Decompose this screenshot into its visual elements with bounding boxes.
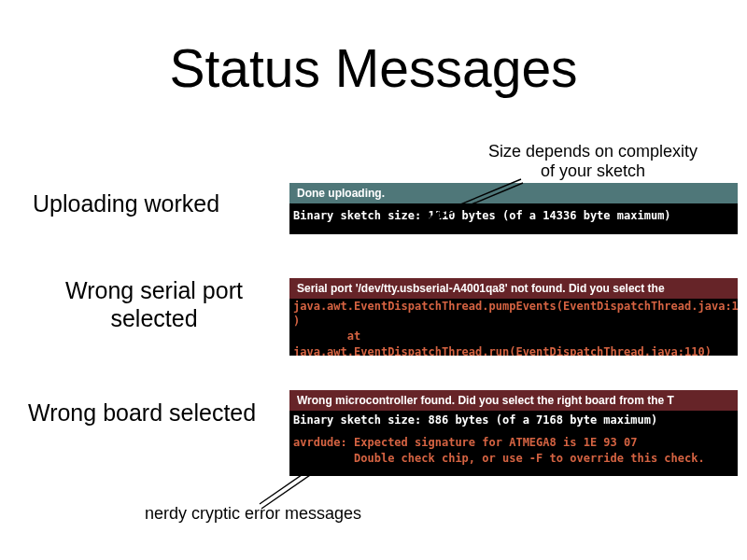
arrow-nerdy-icon [0, 0, 747, 560]
svg-line-3 [260, 460, 323, 504]
svg-line-4 [261, 465, 325, 509]
